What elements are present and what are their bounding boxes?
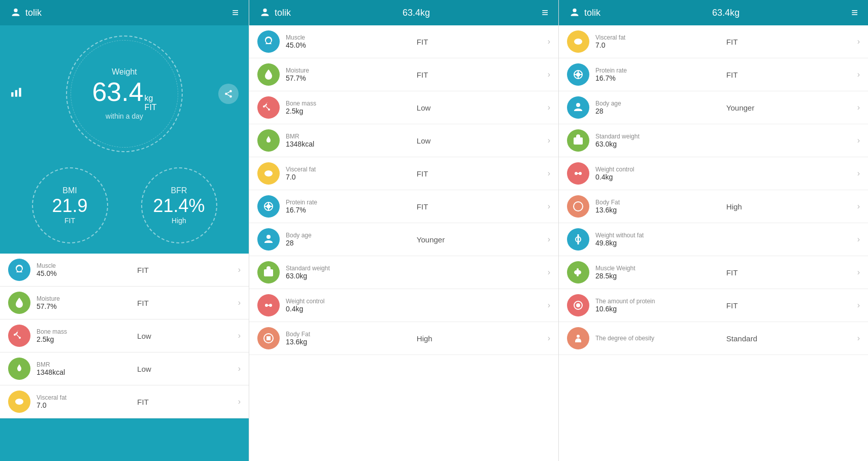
list-item[interactable]: Bone mass2.5kg Low › bbox=[249, 91, 558, 124]
svg-point-34 bbox=[579, 172, 582, 175]
weight-area: Weight 63.4 kg FIT within a day bbox=[0, 25, 249, 162]
list-item[interactable]: Visceral fat7.0 FIT › bbox=[249, 157, 558, 190]
svg-rect-1 bbox=[11, 92, 13, 97]
chevron-icon: › bbox=[548, 169, 550, 178]
bone-icon bbox=[8, 325, 30, 347]
right-username: tolik bbox=[584, 8, 600, 18]
list-item[interactable]: Visceral fat 7.0 FIT › bbox=[0, 385, 249, 418]
mid-user: tolik bbox=[259, 7, 291, 18]
chevron-icon: › bbox=[238, 265, 241, 274]
list-item[interactable]: Weight control0.4kg › bbox=[249, 289, 558, 322]
left-list: Muscle 45.0% FIT › Moisture 57.7% FIT › bbox=[0, 254, 249, 418]
bfr-value: 21.4% bbox=[153, 195, 205, 217]
mid-panel: tolik 63.4kg ≡ Muscle45.0% FIT › Moistur… bbox=[249, 0, 558, 461]
mid-list: Muscle45.0% FIT › Moisture57.7% FIT › Bo… bbox=[249, 25, 558, 461]
chevron-icon: › bbox=[548, 268, 550, 277]
list-item[interactable]: The degree of obesity Standard › bbox=[559, 322, 868, 355]
list-item[interactable]: Body age28 Younger › bbox=[249, 223, 558, 256]
mid-weight: 63.4kg bbox=[403, 8, 430, 18]
chevron-icon: › bbox=[548, 334, 550, 343]
list-item[interactable]: Body Fat13.6kg High › bbox=[559, 190, 868, 223]
moisture-icon-mid bbox=[257, 63, 280, 86]
chevron-icon: › bbox=[548, 103, 550, 112]
chevron-icon: › bbox=[857, 37, 860, 46]
chevron-icon: › bbox=[238, 331, 241, 340]
mid-menu-icon[interactable]: ≡ bbox=[542, 6, 548, 19]
list-item[interactable]: Weight control0.4kg › bbox=[559, 157, 868, 190]
list-item[interactable]: Standard weight63.0kg › bbox=[249, 256, 558, 289]
svg-rect-32 bbox=[574, 137, 583, 145]
list-item[interactable]: Protein rate16.7% FIT › bbox=[559, 58, 868, 91]
weightctrl-icon-mid bbox=[257, 294, 280, 316]
list-item[interactable]: Bone mass 2.5kg Low › bbox=[0, 320, 249, 352]
mid-header: tolik 63.4kg ≡ bbox=[249, 0, 558, 25]
visceral-info: Visceral fat 7.0 bbox=[37, 394, 137, 409]
bone-info: Bone mass 2.5kg bbox=[37, 328, 137, 343]
chevron-icon: › bbox=[548, 70, 550, 79]
left-panel: tolik ≡ Weight 63.4 kg FIT within a day bbox=[0, 0, 249, 461]
list-item[interactable]: Standard weight63.0kg › bbox=[559, 124, 868, 157]
list-item[interactable]: Moisture 57.7% FIT › bbox=[0, 287, 249, 320]
share-icon[interactable] bbox=[218, 84, 239, 104]
bar-chart-icon[interactable] bbox=[10, 86, 23, 102]
visceral-icon-mid bbox=[257, 162, 280, 185]
left-menu-icon[interactable]: ≡ bbox=[232, 6, 239, 19]
chevron-icon: › bbox=[857, 103, 860, 112]
svg-rect-19 bbox=[264, 269, 273, 276]
bone-icon-mid bbox=[257, 96, 280, 119]
list-item[interactable]: Protein rate16.7% FIT › bbox=[249, 190, 558, 223]
bmr-icon bbox=[8, 358, 30, 380]
user-icon-mid bbox=[259, 7, 271, 18]
bfr-circle: BFR 21.4% High bbox=[141, 167, 217, 243]
muscleweight-icon-right bbox=[567, 261, 589, 283]
list-item[interactable]: Weight without fat49.8kg › bbox=[559, 223, 868, 256]
weight-unit: kg bbox=[145, 94, 153, 103]
chevron-icon: › bbox=[238, 397, 241, 406]
chevron-icon: › bbox=[548, 235, 550, 244]
muscle-icon bbox=[8, 259, 30, 281]
chevron-icon: › bbox=[857, 235, 860, 244]
bfr-label: BFR bbox=[171, 186, 187, 195]
right-panel: tolik 63.4kg ≡ Visceral fat7.0 FIT › Pro… bbox=[558, 0, 868, 461]
left-username: tolik bbox=[25, 8, 42, 18]
list-item[interactable]: Body age28 Younger › bbox=[559, 91, 868, 124]
list-item[interactable]: Muscle 45.0% FIT › bbox=[0, 254, 249, 287]
svg-rect-2 bbox=[15, 90, 17, 97]
chevron-icon: › bbox=[857, 301, 860, 310]
list-item[interactable]: Muscle Weight28.5kg FIT › bbox=[559, 256, 868, 289]
list-item[interactable]: Moisture57.7% FIT › bbox=[249, 58, 558, 91]
svg-point-18 bbox=[266, 235, 271, 239]
stdweight-icon-right bbox=[567, 129, 589, 152]
bmi-circle: BMI 21.9 FIT bbox=[32, 167, 108, 243]
list-item[interactable]: Body Fat13.6kg High › bbox=[249, 322, 558, 355]
svg-point-31 bbox=[576, 103, 580, 107]
leanweight-icon-right bbox=[567, 228, 589, 251]
bmr-icon-mid bbox=[257, 129, 280, 152]
list-item[interactable]: Muscle45.0% FIT › bbox=[249, 25, 558, 58]
list-item[interactable]: The amount of protein10.6kg FIT › bbox=[559, 289, 868, 322]
bmi-label: BMI bbox=[62, 186, 77, 195]
chevron-icon: › bbox=[548, 37, 550, 46]
chevron-icon: › bbox=[548, 301, 550, 310]
list-item[interactable]: BMR 1348kcal Low › bbox=[0, 352, 249, 385]
weight-sub: within a day bbox=[106, 112, 143, 120]
left-user: tolik bbox=[10, 7, 42, 18]
svg-point-9 bbox=[15, 399, 23, 405]
svg-point-10 bbox=[263, 9, 266, 12]
mid-username: tolik bbox=[275, 8, 291, 18]
bodyage-icon-right bbox=[567, 96, 589, 119]
stdweight-icon-mid bbox=[257, 261, 280, 283]
weight-status: FIT bbox=[145, 103, 157, 112]
chevron-icon: › bbox=[238, 298, 241, 307]
chevron-icon: › bbox=[857, 169, 860, 178]
list-item[interactable]: BMR1348kcal Low › bbox=[249, 124, 558, 157]
svg-point-23 bbox=[573, 9, 576, 12]
svg-point-21 bbox=[269, 304, 272, 307]
svg-point-33 bbox=[575, 172, 578, 175]
right-menu-icon[interactable]: ≡ bbox=[851, 6, 858, 19]
chevron-icon: › bbox=[857, 136, 860, 145]
list-item[interactable]: Visceral fat7.0 FIT › bbox=[559, 25, 868, 58]
metrics-row: BMI 21.9 FIT BFR 21.4% High bbox=[0, 162, 249, 254]
chevron-icon: › bbox=[548, 136, 550, 145]
visceral-icon bbox=[8, 391, 30, 413]
